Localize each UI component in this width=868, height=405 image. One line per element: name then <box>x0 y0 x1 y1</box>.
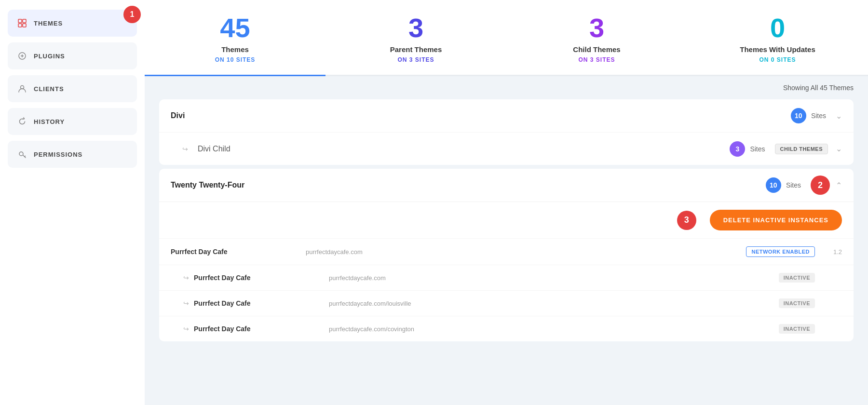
theme-divi-child-name: ↪ Divi Child <box>182 145 730 153</box>
sidebar-themes-label: THEMES <box>34 20 63 27</box>
stat-child-number: 3 <box>589 14 604 41</box>
divi-sites-badge: 10 <box>791 108 806 123</box>
ttf-sites-label: Sites <box>786 181 801 189</box>
plug-icon <box>17 51 27 61</box>
divi-child-sites-label: Sites <box>750 145 765 153</box>
site-row-3: ↪ Purrfect Day Cafe purrfectdaycafe.com/… <box>159 316 854 341</box>
theme-row-divi: Divi 10 Sites ⌄ ↪ Divi Child 3 Sites CHI… <box>159 99 854 165</box>
theme-ttf-header[interactable]: Twenty Twenty-Four 10 Sites 2 ⌃ <box>159 169 854 202</box>
inactive-badge-1: INACTIVE <box>779 273 815 283</box>
site-name-2: Purrfect Day Cafe <box>194 299 329 307</box>
stat-updates-sublabel: ON 0 SITES <box>759 56 796 63</box>
divi-chevron-icon: ⌄ <box>836 111 842 121</box>
divi-child-chevron-icon: ⌄ <box>836 144 842 153</box>
refresh-icon <box>17 117 27 126</box>
sidebar-history-label: HISTORY <box>34 118 65 125</box>
site-name-1: Purrfect Day Cafe <box>194 274 329 282</box>
child-arrow-icon: ↪ <box>182 145 188 153</box>
stat-child-label: Child Themes <box>573 45 620 54</box>
key-icon <box>17 149 27 159</box>
child-themes-tag: CHILD THEMES <box>775 144 828 154</box>
sidebar-item-permissions[interactable]: PERMISSIONS <box>8 141 137 168</box>
stat-all-sublabel: ON 10 SITES <box>215 56 256 63</box>
child-arrow-2-icon: ↪ <box>183 299 189 307</box>
site-version-0: 1.2 <box>823 248 842 256</box>
site-name-0: Purrfect Day Cafe <box>171 248 306 256</box>
child-arrow-3-icon: ↪ <box>183 325 189 333</box>
theme-divi-child-header[interactable]: ↪ Divi Child 3 Sites CHILD THEMES ⌄ <box>159 132 854 165</box>
stat-child-themes[interactable]: 3 Child Themes ON 3 SITES <box>506 0 687 75</box>
svg-rect-3 <box>23 24 26 27</box>
site-url-0: purrfectdaycafe.com <box>306 248 746 256</box>
stat-parent-label: Parent Themes <box>390 45 442 54</box>
sidebar-plugins-label: PLUGINS <box>34 53 65 60</box>
theme-divi-name: Divi <box>171 111 791 120</box>
svg-rect-0 <box>18 19 22 23</box>
main-content: 45 Themes ON 10 SITES 3 Parent Themes ON… <box>145 0 868 405</box>
network-enabled-badge: NETWORK ENABLED <box>746 246 815 257</box>
svg-point-8 <box>19 152 23 156</box>
step-3-badge: 3 <box>677 211 696 230</box>
sidebar-item-history[interactable]: HISTORY <box>8 108 137 135</box>
theme-divi-header[interactable]: Divi 10 Sites ⌄ <box>159 99 854 132</box>
divi-child-sites: 3 Sites <box>730 141 765 157</box>
svg-rect-1 <box>23 19 26 23</box>
svg-rect-2 <box>18 24 22 27</box>
stat-updates-number: 0 <box>770 14 785 41</box>
stat-parent-sublabel: ON 3 SITES <box>397 56 434 63</box>
stats-bar: 45 Themes ON 10 SITES 3 Parent Themes ON… <box>145 0 868 76</box>
sidebar: THEMES 1 PLUGINS CLIENTS HIS <box>0 0 145 405</box>
stat-updates[interactable]: 0 Themes With Updates ON 0 SITES <box>687 0 868 75</box>
ttf-chevron-icon: ⌃ <box>836 181 842 190</box>
stat-all-label: Themes <box>221 45 249 54</box>
sidebar-item-clients[interactable]: CLIENTS <box>8 75 137 102</box>
site-url-3: purrfectdaycafe.com/covington <box>329 325 779 333</box>
theme-ttf-name: Twenty Twenty-Four <box>171 181 766 189</box>
delete-inactive-button[interactable]: DELETE INACTIVE INSTANCES <box>710 210 842 230</box>
sidebar-permissions-label: PERMISSIONS <box>34 151 82 158</box>
action-row: 3 DELETE INACTIVE INSTANCES <box>159 202 854 238</box>
divi-child-sites-badge: 3 <box>730 141 745 157</box>
site-url-2: purrfectdaycafe.com/louisville <box>329 300 779 307</box>
themes-content: Showing All 45 Themes Divi 10 Sites ⌄ ↪ … <box>145 76 868 405</box>
theme-row-twentytwentyfour: Twenty Twenty-Four 10 Sites 2 ⌃ 3 DELETE… <box>159 169 854 341</box>
stat-parent-themes[interactable]: 3 Parent Themes ON 3 SITES <box>326 0 506 75</box>
stat-all-number: 45 <box>220 14 250 41</box>
user-icon <box>17 84 27 94</box>
sidebar-item-themes[interactable]: THEMES 1 <box>8 10 137 37</box>
ttf-step-badge: 2 <box>811 176 830 195</box>
inactive-badge-3: INACTIVE <box>779 324 815 334</box>
ttf-sites: 10 Sites <box>766 177 801 193</box>
stat-updates-label: Themes With Updates <box>740 45 815 54</box>
inactive-badge-2: INACTIVE <box>779 298 815 308</box>
themes-badge: 1 <box>123 6 141 23</box>
stat-child-sublabel: ON 3 SITES <box>578 56 615 63</box>
site-row-1: ↪ Purrfect Day Cafe purrfectdaycafe.com … <box>159 265 854 290</box>
site-name-3: Purrfect Day Cafe <box>194 325 329 333</box>
ttf-sites-badge: 10 <box>766 177 781 193</box>
stat-parent-number: 3 <box>408 14 423 41</box>
theme-divi-sites: 10 Sites <box>791 108 826 123</box>
showing-all-text: Showing All 45 Themes <box>159 76 854 99</box>
site-row-0: Purrfect Day Cafe purrfectdaycafe.com NE… <box>159 238 854 265</box>
site-row-2: ↪ Purrfect Day Cafe purrfectdaycafe.com/… <box>159 290 854 316</box>
grid-icon <box>17 18 27 28</box>
child-arrow-1-icon: ↪ <box>183 274 189 282</box>
sidebar-item-plugins[interactable]: PLUGINS <box>8 42 137 69</box>
stat-all-themes[interactable]: 45 Themes ON 10 SITES <box>145 0 326 75</box>
sidebar-clients-label: CLIENTS <box>34 85 64 93</box>
ttf-expanded: 3 DELETE INACTIVE INSTANCES Purrfect Day… <box>159 202 854 341</box>
site-url-1: purrfectdaycafe.com <box>329 274 779 282</box>
divi-sites-label: Sites <box>811 112 826 120</box>
